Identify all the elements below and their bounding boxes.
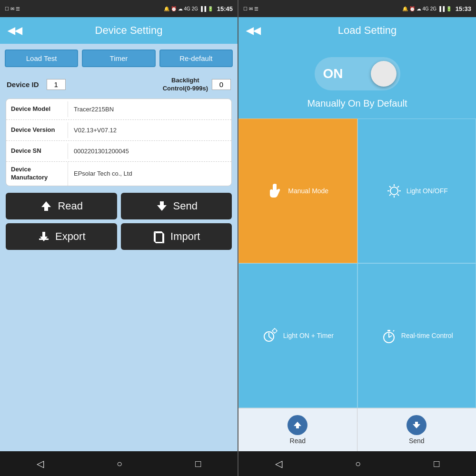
send-bottom-button[interactable]: Send (357, 408, 476, 451)
home-nav-icon[interactable]: ○ (107, 455, 132, 473)
send-icon-circle (407, 415, 426, 435)
model-value: Tracer2215BN (68, 102, 231, 117)
realtime-control-cell[interactable]: Real-time Control (357, 263, 476, 408)
status-bar-2: ☐ ✉ ☰ 🔔 ⏰ ☁ 4G 2G ▐▐ 🔋 15:33 (238, 0, 476, 17)
signal-icons: 🔔 ⏰ ☁ 4G 2G ▐▐ 🔋 (164, 6, 213, 11)
svg-line-14 (397, 186, 399, 188)
re-default-button[interactable]: Re-default (159, 50, 233, 67)
status-left-icons: ☐ ✉ ☰ (5, 6, 20, 11)
realtime-control-label: Real-time Control (401, 332, 453, 339)
backlight-label: BacklightControl(0-999s) (163, 77, 208, 93)
model-label: Device Model (6, 101, 68, 117)
toggle-area: ON Manually On By Default (238, 44, 476, 119)
send-bottom-label: Send (409, 437, 425, 445)
table-row: Device Model Tracer2215BN (6, 99, 231, 120)
table-row: Device Manufactory EPsolar Tech co., Ltd (6, 162, 231, 186)
svg-line-13 (397, 194, 399, 196)
version-value: V02.13+V07.12 (68, 123, 231, 138)
svg-marker-1 (157, 201, 167, 211)
version-label: Device Version (6, 122, 68, 138)
svg-marker-30 (413, 422, 420, 428)
sn-value: 0002201301200045 (68, 144, 231, 159)
svg-line-12 (389, 186, 391, 188)
svg-line-18 (269, 337, 272, 339)
status-left-icons-2: ☐ ✉ ☰ (243, 6, 258, 11)
svg-point-7 (390, 187, 398, 195)
toggle-knob (371, 61, 397, 87)
app-header-2: ◀◀ Load Setting (238, 17, 476, 44)
recents-nav-icon[interactable]: □ (186, 455, 210, 473)
import-button[interactable]: Import (121, 223, 232, 250)
table-row: Device SN 0002201301200045 (6, 141, 231, 162)
home-nav-icon-2[interactable]: ○ (346, 455, 370, 473)
export-button[interactable]: Export (6, 223, 117, 250)
svg-line-15 (389, 194, 391, 196)
notification-icons-2: ☐ ✉ ☰ (243, 6, 258, 11)
import-icon (152, 230, 166, 243)
manual-mode-label: Manual Mode (288, 187, 328, 195)
back-button-2[interactable]: ◀◀ (246, 25, 260, 36)
back-nav-icon[interactable]: ◁ (27, 454, 53, 473)
mode-grid: Manual Mode Light ON/OFF (238, 119, 476, 408)
light-on-off-cell[interactable]: Light ON/OFF (357, 119, 476, 263)
time-display-1: 15:45 (217, 5, 233, 12)
read-icon-circle (288, 415, 307, 435)
device-id-label: Device ID (7, 80, 39, 89)
manual-mode-cell[interactable]: Manual Mode (238, 119, 357, 263)
signal-icons-2: 🔔 ⏰ ☁ 4G 2G ▐▐ 🔋 (402, 6, 452, 11)
phone-1: ☐ ✉ ☰ 🔔 ⏰ ☁ 4G 2G ▐▐ 🔋 15:45 ◀◀ Device S… (0, 0, 238, 476)
backlight-input[interactable] (212, 79, 231, 90)
svg-rect-27 (387, 330, 390, 331)
nav-bar-1: ◁ ○ □ (0, 451, 238, 476)
manually-text: Manually On By Default (307, 98, 407, 109)
sn-label: Device SN (6, 143, 68, 159)
status-bar-1: ☐ ✉ ☰ 🔔 ⏰ ☁ 4G 2G ▐▐ 🔋 15:45 (0, 0, 238, 17)
svg-marker-0 (41, 201, 51, 211)
light-on-timer-cell[interactable]: Light ON + Timer (238, 263, 357, 408)
sun-icon (386, 182, 403, 199)
clock-sun-icon (262, 327, 279, 344)
svg-rect-6 (155, 233, 163, 242)
notification-icons: ☐ ✉ ☰ (5, 6, 20, 11)
back-button-1[interactable]: ◀◀ (8, 25, 22, 36)
device-info-section: Device ID BacklightControl(0-999s) (0, 73, 238, 97)
export-icon (37, 230, 50, 243)
device-info-table: Device Model Tracer2215BN Device Version… (6, 99, 232, 186)
svg-marker-29 (294, 422, 301, 428)
page-title-1: Device Setting (28, 24, 230, 37)
time-display-2: 15:33 (456, 5, 471, 12)
timer-button[interactable]: Timer (82, 50, 155, 67)
status-right-icons-2: 🔔 ⏰ ☁ 4G 2G ▐▐ 🔋 15:33 (402, 5, 471, 12)
manufactory-label: Device Manufactory (6, 162, 68, 186)
recents-nav-icon-2[interactable]: □ (424, 455, 449, 473)
svg-point-19 (273, 329, 277, 333)
device-id-input[interactable] (47, 79, 66, 90)
svg-line-28 (393, 330, 394, 331)
status-right-icons: 🔔 ⏰ ☁ 4G 2G ▐▐ 🔋 15:45 (164, 5, 233, 12)
nav-bar-2: ◁ ○ □ (238, 451, 476, 476)
table-row: Device Version V02.13+V07.12 (6, 120, 231, 141)
back-nav-icon-2[interactable]: ◁ (266, 454, 292, 473)
screen-1: ◀◀ Device Setting Load Test Timer Re-def… (0, 17, 238, 451)
light-on-timer-label: Light ON + Timer (283, 332, 334, 339)
toggle-state-label: ON (323, 66, 343, 81)
read-arrow-icon (293, 420, 302, 430)
upload-icon (40, 199, 53, 213)
read-bottom-button[interactable]: Read (238, 408, 357, 451)
bottom-actions: Read Send (238, 408, 476, 451)
on-off-toggle[interactable]: ON (315, 57, 400, 90)
download-icon (155, 199, 169, 213)
manufactory-value: EPsolar Tech co., Ltd (68, 166, 231, 181)
action-buttons-group: Read Send Export (6, 193, 232, 250)
read-bottom-label: Read (290, 437, 306, 445)
hand-icon (267, 182, 284, 199)
load-test-button[interactable]: Load Test (5, 50, 78, 67)
send-button[interactable]: Send (121, 193, 232, 219)
nav-buttons-group: Load Test Timer Re-default (0, 44, 238, 73)
stopwatch-icon (380, 327, 397, 344)
light-on-off-label: Light ON/OFF (407, 187, 448, 195)
screen-2: ◀◀ Load Setting ON Manually On By Defaul… (238, 17, 476, 451)
page-title-2: Load Setting (266, 24, 468, 37)
read-button[interactable]: Read (6, 193, 117, 219)
phone-2: ☐ ✉ ☰ 🔔 ⏰ ☁ 4G 2G ▐▐ 🔋 15:33 ◀◀ Load Set… (238, 0, 476, 476)
